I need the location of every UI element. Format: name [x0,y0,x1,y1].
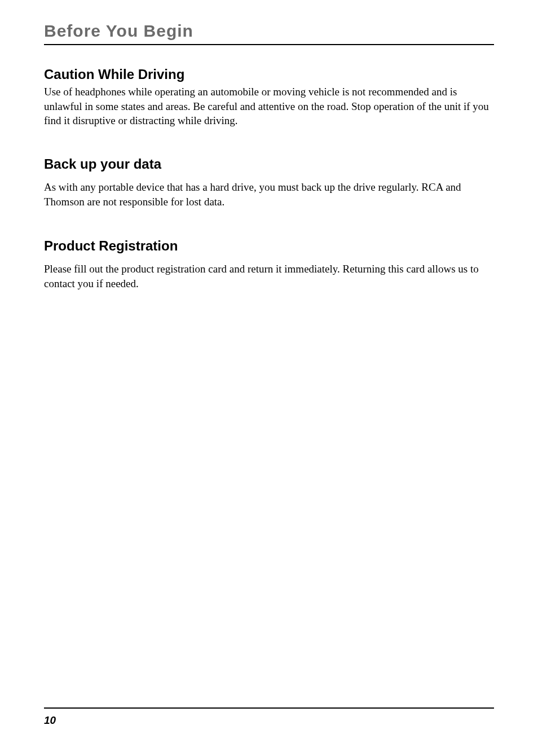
section-heading: Product Registration [44,238,494,254]
section-body: Please fill out the product registration… [44,262,494,291]
section-body: Use of headphones while operating an aut… [44,85,494,128]
section-product-registration: Product Registration Please fill out the… [44,238,494,291]
chapter-title: Before You Begin [44,21,494,45]
section-body: As with any portable device that has a h… [44,180,494,209]
page-footer: 10 [44,707,494,727]
section-back-up-your-data: Back up your data As with any portable d… [44,156,494,209]
page-number: 10 [44,714,56,726]
section-heading: Back up your data [44,156,494,172]
section-heading: Caution While Driving [44,67,494,82]
page-content: Before You Begin Caution While Driving U… [0,0,538,291]
section-caution-while-driving: Caution While Driving Use of headphones … [44,67,494,128]
